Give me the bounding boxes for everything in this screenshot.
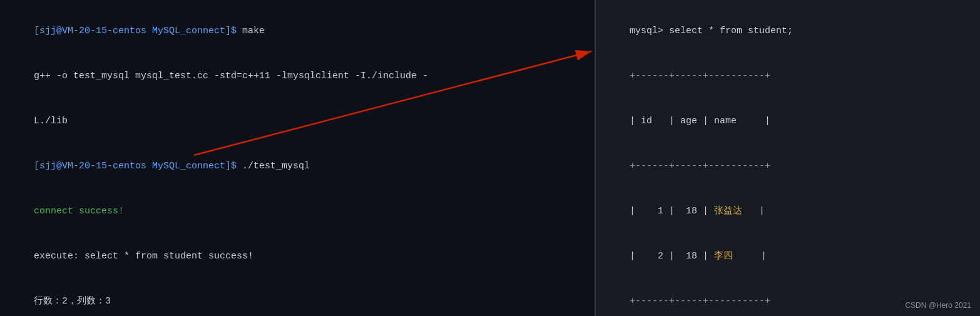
mysql-name-2: 李四 [714,251,733,262]
mysql-prompt-1: mysql> [630,26,669,36]
table-top-border: +------+-----+----------+ [630,71,770,81]
mysql-name-1: 张益达 [714,206,742,217]
gpp-output-1: g++ -o test_mysql mysql_test.cc -std=c++… [34,71,428,81]
shell-prompt-1: [sjj@VM-20-15-centos MySQL_connect]$ [34,26,242,36]
mysql-row-1-prefix: | 1 | 18 | [630,206,714,217]
table-bottom-border: +------+-----+----------+ [630,296,770,307]
watermark: CSDN @Hero 2021 [905,301,971,310]
mysql-line-4: +------+-----+----------+ [607,144,969,189]
terminal-line-2: g++ -o test_mysql mysql_test.cc -std=c++… [11,54,583,99]
mysql-query: select * from student; [669,26,793,36]
execute-success: execute: select * from student success! [34,251,253,262]
mysql-line-6: | 2 | 18 | 李四 | [607,234,969,279]
terminal-line-3: L./lib [11,99,583,144]
mysql-line-5: | 1 | 18 | 张益达 | [607,189,969,234]
mysql-line-2: +------+-----+----------+ [607,54,969,99]
mysql-line-3: | id | age | name | [607,99,969,144]
table-header-row: | id | age | name | [630,116,770,126]
row-col-count: 行数：2，列数：3 [34,296,111,307]
mysql-line-1: mysql> select * from student; [607,9,969,54]
left-terminal: [sjj@VM-20-15-centos MySQL_connect]$ mak… [0,0,595,316]
run-cmd: ./test_mysql [242,161,310,171]
terminal-line-1: [sjj@VM-20-15-centos MySQL_connect]$ mak… [11,9,583,54]
connect-success: connect success! [34,206,124,217]
table-mid-border: +------+-----+----------+ [630,161,770,171]
gpp-output-2: L./lib [34,116,68,126]
shell-prompt-2: [sjj@VM-20-15-centos MySQL_connect]$ [34,161,242,171]
terminal-line-7: 行数：2，列数：3 [11,279,583,316]
mysql-row-1-suffix: | [742,206,765,217]
terminal-line-4: [sjj@VM-20-15-centos MySQL_connect]$ ./t… [11,144,583,189]
terminal-line-6: execute: select * from student success! [11,234,583,279]
mysql-row-2-suffix: | [733,251,767,262]
right-terminal: mysql> select * from student; +------+--… [595,0,980,316]
mysql-line-7: +------+-----+----------+ [607,279,969,316]
mysql-row-2-prefix: | 2 | 18 | [630,251,714,262]
terminal-line-5: connect success! [11,189,583,234]
make-cmd: make [242,26,265,36]
